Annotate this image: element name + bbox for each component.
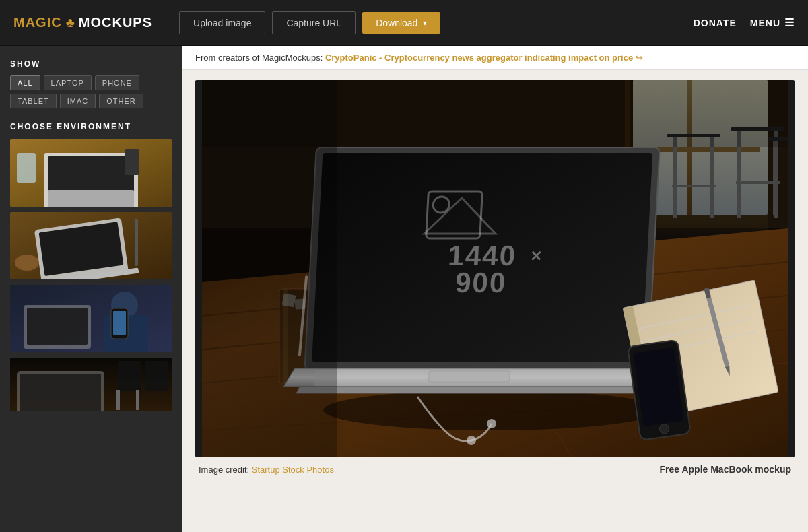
env-thumb-3[interactable] — [10, 285, 172, 352]
menu-label: MENU — [750, 18, 780, 28]
image-credit: Image credit: Startup Stock Photos — [199, 465, 334, 475]
svg-rect-11 — [135, 219, 138, 266]
svg-point-71 — [487, 419, 496, 428]
env-thumb-4[interactable] — [10, 358, 172, 411]
choose-env-label: CHOOSE ENVIRONMENT — [10, 122, 172, 131]
filter-other[interactable]: OTHER — [99, 94, 143, 108]
logo-mockups-text: MOCKUPS — [79, 15, 152, 30]
svg-rect-6 — [48, 190, 134, 207]
promo-text: From creators of MagicMockups: — [195, 53, 323, 63]
logo: MAGIC ♣ MOCKUPS — [13, 15, 152, 30]
image-credit-link[interactable]: Startup Stock Photos — [252, 465, 334, 475]
main-layout: SHOW ALL LAPTOP PHONE TABLET IMAC OTHER … — [0, 46, 808, 532]
logo-magic-text: MAGIC — [13, 15, 62, 30]
filter-laptop[interactable]: LAPTOP — [44, 75, 92, 90]
header-right: DONATE MENU ☰ — [694, 16, 795, 29]
filter-tablet[interactable]: TABLET — [10, 94, 57, 108]
upload-image-button[interactable]: Upload image — [179, 11, 265, 34]
svg-rect-37 — [672, 185, 716, 187]
filter-imac[interactable]: IMAC — [60, 94, 96, 108]
svg-rect-43 — [773, 141, 777, 215]
image-credit-label: Image credit: — [199, 465, 249, 475]
hamburger-icon: ☰ — [784, 16, 795, 29]
svg-rect-35 — [673, 137, 677, 218]
svg-rect-17 — [113, 311, 126, 335]
env-thumb-3-image — [10, 285, 172, 352]
env-thumb-2-image — [10, 212, 172, 279]
svg-rect-5 — [125, 149, 139, 175]
filter-buttons: ALL LAPTOP PHONE TABLET IMAC OTHER — [10, 75, 172, 108]
filter-all[interactable]: ALL — [10, 75, 40, 90]
sidebar: SHOW ALL LAPTOP PHONE TABLET IMAC OTHER … — [0, 46, 182, 532]
download-label: Download — [376, 18, 417, 28]
capture-url-button[interactable]: Capture URL — [272, 11, 356, 34]
svg-rect-26 — [20, 374, 101, 411]
promo-bar: From creators of MagicMockups: CryptoPan… — [182, 46, 808, 70]
mockup-label: Free Apple MacBook mockup — [659, 464, 791, 475]
download-arrow-icon: ▾ — [423, 18, 427, 28]
env-thumb-1-image — [10, 139, 172, 207]
svg-rect-24 — [145, 361, 168, 391]
menu-button[interactable]: MENU ☰ — [750, 16, 795, 29]
show-label: SHOW — [10, 59, 172, 69]
svg-point-70 — [467, 436, 476, 445]
header: MAGIC ♣ MOCKUPS Upload image Capture URL… — [0, 0, 808, 46]
svg-rect-23 — [136, 390, 139, 410]
svg-rect-19 — [27, 308, 88, 345]
donate-link[interactable]: DONATE — [694, 18, 737, 28]
download-button[interactable]: Download ▾ — [362, 12, 440, 34]
svg-rect-84 — [202, 80, 788, 147]
svg-rect-36 — [710, 137, 714, 218]
svg-rect-22 — [116, 390, 120, 410]
svg-text:900: 900 — [454, 267, 508, 298]
env-thumb-1[interactable] — [10, 139, 172, 207]
mockup-scene-svg: 1440 × 900 — [195, 80, 795, 457]
environment-thumbnails — [10, 139, 172, 411]
promo-link[interactable]: CryptoPanic - Cryptocurrency news aggreg… — [325, 53, 633, 63]
svg-rect-21 — [118, 361, 141, 391]
filter-phone[interactable]: PHONE — [95, 75, 139, 90]
env-thumb-2[interactable] — [10, 212, 172, 279]
svg-marker-69 — [296, 387, 687, 393]
svg-rect-4 — [17, 153, 36, 183]
content-area: From creators of MagicMockups: CryptoPan… — [182, 46, 808, 532]
svg-text:×: × — [530, 245, 542, 266]
mockup-footer: Image credit: Startup Stock Photos Free … — [195, 457, 795, 478]
svg-point-12 — [15, 255, 39, 271]
header-center: Upload image Capture URL Download ▾ — [179, 11, 694, 34]
env-thumb-4-image — [10, 358, 172, 411]
mockup-image-container: 1440 × 900 — [195, 80, 795, 457]
logo-icon: ♣ — [66, 15, 75, 30]
mockup-display: 1440 × 900 — [182, 70, 808, 488]
promo-arrow-icon: ↪ — [636, 53, 643, 63]
svg-rect-68 — [314, 370, 651, 386]
